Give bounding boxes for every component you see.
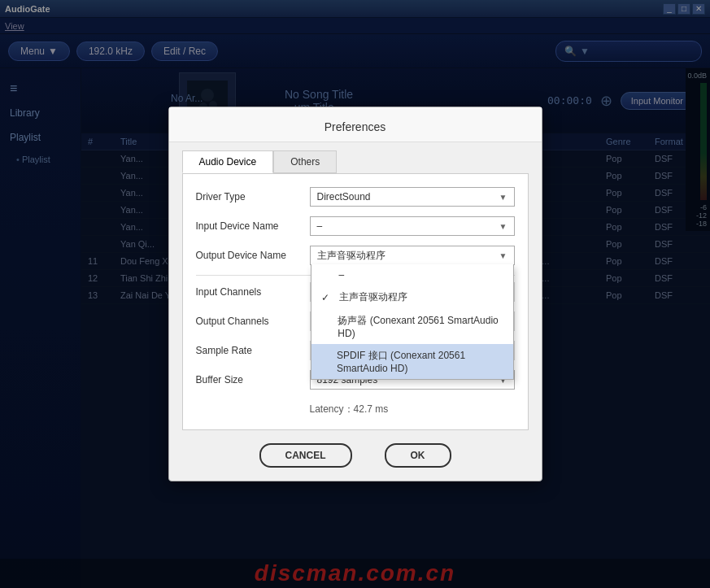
dropdown-item-speaker[interactable]: 扬声器 (Conexant 20561 SmartAudio HD) xyxy=(311,309,513,344)
driver-type-select[interactable]: DirectSound ▼ xyxy=(310,187,515,207)
driver-type-label: Driver Type xyxy=(196,191,310,203)
dropdown-item-label: 扬声器 (Conexant 20561 SmartAudio HD) xyxy=(338,314,503,339)
tab-audio-device[interactable]: Audio Device xyxy=(182,150,274,173)
output-device-label: Output Device Name xyxy=(196,250,310,261)
dropdown-item-label: 主声音驱动程序 xyxy=(339,290,407,304)
tab-others[interactable]: Others xyxy=(273,150,337,173)
output-device-dropdown-icon: ▼ xyxy=(499,251,507,260)
preferences-dialog: Preferences Audio Device Others Driver T… xyxy=(168,107,542,481)
dialog-overlay: Preferences Audio Device Others Driver T… xyxy=(0,0,710,588)
driver-type-dropdown-icon: ▼ xyxy=(499,193,507,202)
ok-button[interactable]: OK xyxy=(385,443,451,468)
dialog-footer: CANCEL OK xyxy=(169,430,542,481)
dialog-body: Driver Type DirectSound ▼ Input Device N… xyxy=(182,173,529,430)
input-device-value: – xyxy=(317,220,323,232)
dropdown-item-spdif[interactable]: SPDIF 接口 (Conexant 20561 SmartAudio HD) xyxy=(311,344,513,379)
input-channels-label: Input Channels xyxy=(196,286,310,298)
latency-display: Latency：42.7 ms xyxy=(196,399,515,416)
output-device-value: 主声音驱动程序 xyxy=(317,249,385,263)
dropdown-item-empty[interactable]: – xyxy=(311,264,513,285)
input-device-select[interactable]: – ▼ xyxy=(310,216,515,236)
cancel-button[interactable]: CANCEL xyxy=(259,443,352,468)
output-channels-label: Output Channels xyxy=(196,316,310,327)
check-icon-main: ✓ xyxy=(321,292,333,303)
output-device-row: Output Device Name 主声音驱动程序 ▼ – ✓ 主声音驱动程序 xyxy=(196,246,515,265)
driver-type-value: DirectSound xyxy=(317,191,371,203)
dropdown-item-label: SPDIF 接口 (Conexant 20561 SmartAudio HD) xyxy=(337,349,503,374)
dropdown-item-label: – xyxy=(339,269,345,281)
dropdown-item-main[interactable]: ✓ 主声音驱动程序 xyxy=(311,285,513,309)
sample-rate-label: Sample Rate xyxy=(196,345,310,356)
dialog-tabs: Audio Device Others xyxy=(169,142,542,173)
output-device-dropdown: – ✓ 主声音驱动程序 扬声器 (Conexant 20561 SmartAud… xyxy=(311,264,514,380)
dialog-title: Preferences xyxy=(169,107,542,142)
driver-type-row: Driver Type DirectSound ▼ xyxy=(196,187,515,207)
buffer-size-label: Buffer Size xyxy=(196,374,310,385)
input-device-label: Input Device Name xyxy=(196,220,310,232)
input-device-row: Input Device Name – ▼ xyxy=(196,216,515,236)
input-device-dropdown-icon: ▼ xyxy=(499,222,507,231)
output-device-select[interactable]: 主声音驱动程序 ▼ – ✓ 主声音驱动程序 xyxy=(310,246,515,265)
